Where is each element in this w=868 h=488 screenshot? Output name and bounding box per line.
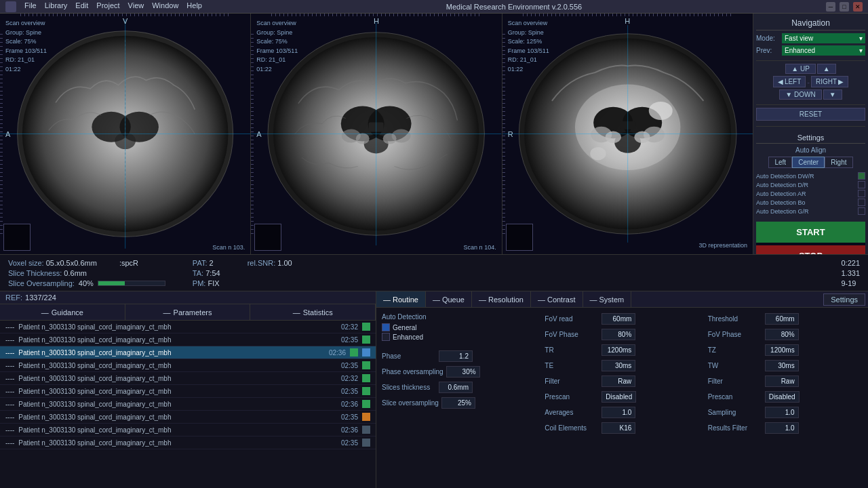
queue-item-1[interactable]: ---- Patient n_3003130 spinal_cord_imagi… [0,333,376,346]
nav-down-button[interactable]: ▼ DOWN [779,89,821,100]
align-center-button[interactable]: Center [792,157,825,168]
nav-down2-button[interactable]: ▼ [823,89,842,100]
queue-item-7[interactable]: ---- Patient n_3003130 spinal_cord_imagi… [0,411,376,424]
detection-checkbox-4[interactable] [858,207,865,215]
nav-up-button[interactable]: ▲ UP [785,64,816,74]
sampling-value: 1.0 [765,407,799,418]
rel-snr-info: rel.SNR: 1.00 [248,259,292,267]
menu-help[interactable]: Help [186,1,202,12]
menu-edit[interactable]: Edit [75,1,88,12]
slice-thickness-label: Slices thickness [382,384,436,391]
detection-label-0: Auto Detection DW/R [756,173,858,180]
system-icon [5,1,16,12]
item-dashes-3: ---- [5,362,14,369]
item-status-6 [362,400,370,408]
filter-right-label: Filter [708,378,762,385]
align-right-button[interactable]: Right [825,157,852,168]
menu-view[interactable]: View [128,1,144,12]
viewer3-3d-label: 3D representation [698,242,747,249]
align-left-button[interactable]: Left [768,157,792,168]
threshold-value: 60mm [765,313,799,325]
form-col-2: FoV read 60mm FoV Phase 80% TR 1200ms [545,313,699,434]
fov-phase-right-row: FoV Phase 80% [708,329,863,340]
nav-prev-dropdown[interactable]: Enhanced ▾ [782,45,865,56]
menu-project[interactable]: Project [96,1,119,12]
menu-file[interactable]: File [24,1,37,12]
tab-contrast[interactable]: —Contrast [531,291,583,307]
tab-resolution[interactable]: —Resolution [472,291,531,307]
detection-checkbox-0[interactable] [858,172,865,180]
item-dashes-7: ---- [5,413,14,421]
queue-item-6[interactable]: ---- Patient n_3003130 spinal_cord_imagi… [0,398,376,411]
item-status-2 [350,348,358,357]
te-value: 30ms [601,360,635,371]
app-title: Medical Research Environment v.2.0.556 [446,3,582,11]
filter-value: Raw [601,375,635,387]
tab-guidance[interactable]: —Guidance [0,304,125,320]
results-filter-value: 1.0 [765,422,799,434]
menu-window[interactable]: Window [152,1,178,12]
viewer-1[interactable]: V Scan overview Group: Spine Scale: 75% … [0,14,251,254]
close-button[interactable]: ✕ [853,2,863,12]
queue-item-5[interactable]: ---- Patient n_3003130 spinal_cord_imagi… [0,385,376,398]
item-time-5: 02:35 [341,388,358,395]
align-buttons-row: Left Center Right [756,157,865,168]
tab-queue[interactable]: —Queue [426,291,472,307]
tab-parameters[interactable]: —Parameters [125,304,251,320]
auto-detection-title: Auto Detection [382,313,536,321]
tab-system[interactable]: —System [583,291,632,307]
item-time-0: 02:32 [341,323,358,331]
tab-routine[interactable]: —Routine [376,291,426,307]
viewer3-left-label: R [508,130,513,138]
threshold-label: Threshold [708,315,762,323]
tab-statistics[interactable]: —Statistics [250,304,376,320]
item-dashes-6: ---- [5,401,14,408]
info-col-3: rel.SNR: 1.00 [248,259,292,267]
item-status-8 [362,426,370,434]
tw-value: 30ms [765,360,799,371]
val-221: 0:221 [841,259,860,267]
coil-elements-label: Coil Elements [545,424,599,432]
queue-item-0[interactable]: ---- Patient n_3003130 spinal_cord_imagi… [0,321,376,333]
nav-down-row: ▼ DOWN ▼ [756,89,865,100]
queue-item-8[interactable]: ---- Patient n_3003130 spinal_cord_imagi… [0,424,376,436]
detection-checkbox-1[interactable] [858,181,865,188]
detection-checkbox-2[interactable] [858,190,865,197]
viewer1-scan-label: Scan n 103. [212,244,245,251]
nav-right-button[interactable]: RIGHT ▶ [811,76,848,87]
auto-align-label-row: Auto Align [756,146,865,154]
routine-settings-button[interactable]: Settings [823,293,865,306]
viewer3-info: Scan overview Group: Spine Scale: 125% F… [508,19,549,74]
tz-row: TZ 1200ms [708,344,863,356]
queue-item-3[interactable]: ---- Patient n_3003130 spinal_cord_imagi… [0,359,376,372]
nav-prev-label: Prev: [756,47,782,54]
queue-item-4[interactable]: ---- Patient n_3003130 spinal_cord_imagi… [0,372,376,385]
averages-row: Averages 1.0 [545,407,699,418]
enhanced-checkbox[interactable] [382,333,390,341]
reset-button[interactable]: RESET [756,108,865,121]
item-time-3: 02:35 [341,362,358,369]
menu-library[interactable]: Library [45,1,68,12]
viewer2-left-label: A [256,130,261,138]
svg-point-16 [356,134,370,144]
nav-mode-dropdown[interactable]: Fast view ▾ [782,33,865,43]
nav-left-button[interactable]: ◀ LEFT [773,76,806,87]
maximize-button[interactable]: □ [840,2,849,12]
sampling-label: Sampling [708,409,762,416]
minimize-button[interactable]: ─ [826,2,835,12]
viewer-2[interactable]: H Scan overview Group: Spine Scale: 75% … [251,14,502,254]
filter-row: Filter Raw [545,375,699,387]
start-button[interactable]: START [756,222,865,243]
ref-value: 1337/224 [25,293,56,302]
viewer-3[interactable]: H Scan overview Group: Spine Scale: 125%… [502,14,753,254]
general-checkbox[interactable] [382,323,390,331]
item-status-0 [362,323,370,331]
viewer2-scan-label: Scan n 104. [464,244,496,251]
queue-item-9[interactable]: ---- Patient n_3003130 spinal_cord_imagi… [0,436,376,449]
item-status-4 [362,374,370,382]
titlebar: File Library Edit Project View Window He… [0,0,868,14]
detection-checkbox-3[interactable] [858,199,865,206]
threshold-row: Threshold 60mm [708,313,863,325]
queue-item-2[interactable]: ---- Patient n_3003130 spinal_cord_imagi… [0,346,376,359]
nav-up2-button[interactable]: ▲ [817,64,836,74]
